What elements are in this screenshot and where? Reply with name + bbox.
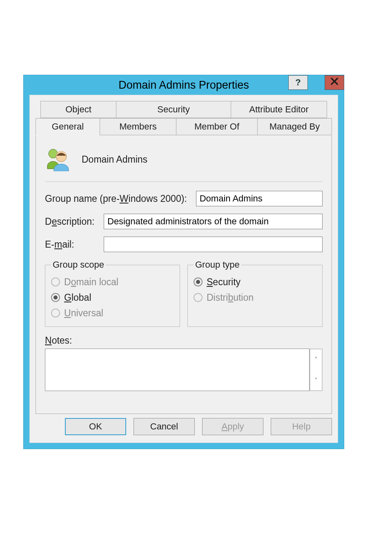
row-email: E-mail: bbox=[45, 237, 323, 252]
apply-button[interactable]: Apply bbox=[202, 418, 263, 435]
close-icon bbox=[330, 77, 339, 88]
radio-icon bbox=[51, 277, 60, 286]
radio-icon bbox=[194, 277, 203, 286]
tab-attribute-editor[interactable]: Attribute Editor bbox=[231, 101, 327, 118]
group-type-legend: Group type bbox=[194, 259, 241, 270]
group-icon bbox=[45, 148, 70, 171]
radio-global[interactable]: Global bbox=[51, 290, 174, 305]
svg-point-2 bbox=[56, 151, 66, 161]
titlebar-close-button[interactable] bbox=[325, 75, 344, 90]
radio-label: Domain local bbox=[64, 277, 118, 288]
radio-label: Security bbox=[207, 277, 241, 288]
titlebar-help-button[interactable]: ? bbox=[288, 75, 308, 90]
radio-domain-local[interactable]: Domain local bbox=[51, 274, 174, 290]
tab-object[interactable]: Object bbox=[40, 101, 116, 118]
dialog-button-row: OK Cancel Apply Help bbox=[36, 418, 332, 437]
tab-row-front: General Members Member Of Managed By bbox=[36, 118, 332, 135]
label-email: E-mail: bbox=[45, 239, 104, 250]
radio-icon bbox=[194, 293, 203, 302]
group-scope-legend: Group scope bbox=[51, 259, 106, 270]
tab-member-of[interactable]: Member Of bbox=[176, 118, 258, 135]
notes-scrollbar[interactable]: ˄ ˅ bbox=[310, 349, 323, 391]
radio-icon bbox=[51, 293, 60, 302]
input-pre2000[interactable] bbox=[196, 191, 323, 206]
tab-strip: Object Security Attribute Editor General… bbox=[36, 101, 332, 136]
scroll-up-icon[interactable]: ˄ bbox=[310, 349, 322, 369]
radio-universal[interactable]: Universal bbox=[51, 305, 174, 321]
radio-distribution[interactable]: Distribution bbox=[194, 290, 316, 305]
input-description[interactable] bbox=[104, 214, 323, 229]
textarea-notes[interactable] bbox=[45, 349, 310, 391]
titlebar[interactable]: Domain Admins Properties ? bbox=[24, 75, 344, 95]
cancel-button[interactable]: Cancel bbox=[134, 418, 195, 435]
row-pre2000: Group name (pre-Windows 2000): bbox=[45, 191, 323, 206]
radio-security[interactable]: Security bbox=[194, 274, 316, 290]
divider bbox=[45, 181, 323, 182]
radio-label: Distribution bbox=[207, 292, 254, 303]
tab-security[interactable]: Security bbox=[116, 101, 231, 118]
client-area: Object Security Attribute Editor General… bbox=[29, 95, 338, 443]
tab-row-back: Object Security Attribute Editor bbox=[40, 101, 327, 118]
group-type-fieldset: Group type Security Distribution bbox=[187, 259, 323, 327]
scroll-down-icon[interactable]: ˅ bbox=[310, 370, 322, 390]
group-display-name: Domain Admins bbox=[82, 154, 147, 165]
tab-managed-by[interactable]: Managed By bbox=[257, 118, 332, 135]
window-title: Domain Admins Properties bbox=[118, 79, 249, 92]
fieldset-row: Group scope Domain local Global Universa… bbox=[45, 259, 323, 327]
notes-wrap: ˄ ˅ bbox=[45, 349, 323, 391]
label-notes: Notes: bbox=[45, 335, 323, 346]
label-pre2000: Group name (pre-Windows 2000): bbox=[45, 193, 187, 204]
radio-label: Universal bbox=[64, 308, 103, 319]
tab-page-general: Domain Admins Group name (pre-Windows 20… bbox=[36, 136, 332, 414]
help-button[interactable]: Help bbox=[271, 418, 332, 435]
input-email[interactable] bbox=[104, 237, 323, 252]
label-description: Description: bbox=[45, 216, 104, 227]
radio-icon bbox=[51, 309, 60, 317]
help-icon: ? bbox=[295, 77, 301, 88]
header-row: Domain Admins bbox=[45, 145, 323, 174]
properties-dialog: Domain Admins Properties ? Object Securi… bbox=[23, 75, 344, 449]
row-description: Description: bbox=[45, 214, 323, 229]
tab-general[interactable]: General bbox=[36, 118, 100, 135]
radio-label: Global bbox=[64, 292, 91, 303]
tab-members[interactable]: Members bbox=[100, 118, 176, 135]
group-scope-fieldset: Group scope Domain local Global Universa… bbox=[45, 259, 180, 327]
ok-button[interactable]: OK bbox=[65, 418, 126, 435]
